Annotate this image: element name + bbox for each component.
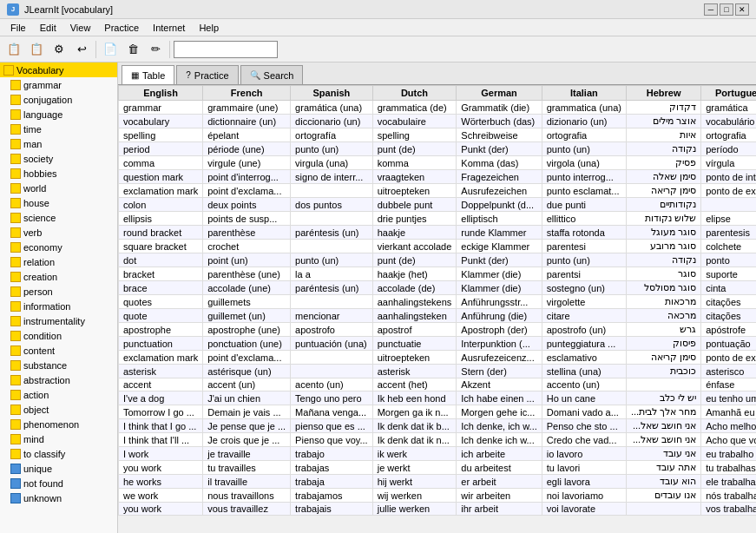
menu-item-practice[interactable]: Practice (97, 21, 146, 35)
table-row[interactable]: he worksil travailletrabajahij werkter a… (119, 475, 757, 489)
sidebar-item-economy[interactable]: economy (0, 240, 117, 254)
table-row[interactable]: bracketparenthèse (une)la ahaakje (het)K… (119, 267, 757, 281)
window-controls[interactable]: ─ □ ✕ (704, 3, 749, 16)
sidebar-item-instrumentality[interactable]: instrumentality (0, 313, 117, 328)
table-row[interactable]: braceaccolade (une)paréntesis (un)accola… (119, 281, 757, 295)
tab-practice[interactable]: ?Practice (176, 65, 238, 84)
sidebar-item-not-found[interactable]: not found (0, 476, 117, 490)
sidebar-item-person[interactable]: person (0, 284, 117, 299)
table-row[interactable]: ellipsispoints de susp...drie puntjesell… (119, 212, 757, 226)
table-row[interactable]: grammargrammaire (une)gramática (una)gra… (119, 101, 757, 115)
column-header-portuguese[interactable]: Portuguese (701, 86, 756, 101)
tool-undo[interactable]: ↩ (71, 39, 92, 60)
sidebar-item-verb[interactable]: verb (0, 225, 117, 240)
table-cell-5: virgolette (542, 295, 626, 309)
menu-item-file[interactable]: File (3, 21, 33, 35)
sidebar-item-grammar[interactable]: grammar (0, 77, 117, 92)
sidebar-item-unique[interactable]: unique (0, 461, 117, 476)
maximize-button[interactable]: □ (720, 3, 733, 16)
table-row[interactable]: you worktu travaillestrabajasje werktdu … (119, 461, 757, 475)
tool-settings[interactable]: ⚙ (49, 39, 69, 60)
sidebar-item-science[interactable]: science (0, 210, 117, 225)
sidebar-item-action[interactable]: action (0, 387, 117, 402)
table-row[interactable]: vocabularydictionnaire (un)diccionario (… (119, 115, 757, 128)
table-row[interactable]: periodpériode (une)punto (un)punt (de)Pu… (119, 142, 757, 156)
tab-table[interactable]: ▦Table (122, 65, 174, 84)
sidebar-item-man[interactable]: man (0, 136, 117, 151)
sidebar-item-hobbies[interactable]: hobbies (0, 166, 117, 181)
column-header-french[interactable]: French (203, 86, 291, 101)
table-cell-2: punto (un) (291, 253, 373, 267)
table-cell-5: staffa rotonda (542, 226, 626, 240)
table-row[interactable]: colondeux pointsdos puntosdubbele puntDo… (119, 198, 757, 212)
menu-item-internet[interactable]: Internet (146, 21, 192, 35)
table-cell-3: komma (372, 156, 457, 170)
menu-item-help[interactable]: Help (192, 21, 226, 35)
tool-delete[interactable]: 🗑 (122, 39, 143, 60)
column-header-italian[interactable]: Italian (542, 86, 626, 101)
sidebar-item-information[interactable]: information (0, 299, 117, 313)
table-row[interactable]: I workje travailletrabajoik werkich arbe… (119, 447, 757, 461)
column-header-hebrew[interactable]: Hebrew (626, 86, 700, 101)
sidebar-item-unknown[interactable]: unknown (0, 490, 117, 505)
sidebar-item-to-classify[interactable]: to classify (0, 446, 117, 461)
table-row[interactable]: we worknous travaillonstrabajamoswij wer… (119, 489, 757, 503)
table-row[interactable]: exclamation markpoint d'exclama...uitroe… (119, 351, 757, 365)
sidebar-item-society[interactable]: society (0, 151, 117, 166)
sidebar-item-object[interactable]: object (0, 402, 117, 417)
table-row[interactable]: apostropheapostrophe (une)apostrofoapost… (119, 323, 757, 337)
sidebar-item-vocabulary[interactable]: Vocabulary (0, 63, 117, 77)
table-cell-4: Morgen gehe ic... (457, 405, 542, 419)
table-cell-6: הוא עובד (626, 475, 700, 489)
sidebar-item-time[interactable]: time (0, 122, 117, 136)
tool-copy[interactable]: 📄 (100, 39, 121, 60)
table-cell-1: crochet (203, 240, 291, 253)
column-header-german[interactable]: German (457, 86, 542, 101)
table-row[interactable]: you workvous travailleztrabajaisjullie w… (119, 503, 757, 516)
sidebar-label: house (23, 198, 49, 208)
column-header-dutch[interactable]: Dutch (372, 86, 457, 101)
table-row[interactable]: Tomorrow I go ...Demain je vais ...Mañan… (119, 405, 757, 419)
sidebar-item-condition[interactable]: condition (0, 328, 117, 343)
table-row[interactable]: quotesguillemetsaanhalingstekensAnführun… (119, 295, 757, 309)
table-row[interactable]: asteriskastérisque (un)asteriskStern (de… (119, 365, 757, 378)
sidebar-item-mind[interactable]: mind (0, 431, 117, 446)
table-row[interactable]: I've a dogJ'ai un chienTengo uno peroIk … (119, 392, 757, 405)
table-row[interactable]: commavirgule (une)virgula (una)kommaKomm… (119, 156, 757, 170)
sidebar-item-world[interactable]: world (0, 181, 117, 195)
toolbar-search-input[interactable] (174, 41, 278, 58)
table-row[interactable]: dotpoint (un)punto (un)punt (de)Punkt (d… (119, 253, 757, 267)
table-wrapper[interactable]: EnglishFrenchSpanishDutchGermanItalianHe… (118, 85, 756, 533)
menu-item-view[interactable]: View (63, 21, 98, 35)
close-button[interactable]: ✕ (735, 3, 749, 16)
table-row[interactable]: quoteguillemet (un)mencionaraanhalingste… (119, 309, 757, 323)
table-cell-1: astérisque (un) (203, 365, 291, 378)
tool-edit[interactable]: ✏ (145, 39, 166, 60)
column-header-english[interactable]: English (119, 86, 203, 101)
table-row[interactable]: question markpoint d'interrog...signo de… (119, 170, 757, 184)
sidebar-item-content[interactable]: content (0, 343, 117, 358)
sidebar-item-relation[interactable]: relation (0, 254, 117, 269)
sidebar-item-substance[interactable]: substance (0, 358, 117, 372)
sidebar-item-phenomenon[interactable]: phenomenon (0, 417, 117, 431)
sidebar-item-abstraction[interactable]: abstraction (0, 372, 117, 387)
tool-open[interactable]: 📋 (26, 39, 47, 60)
sidebar-item-creation[interactable]: creation (0, 269, 117, 284)
table-row[interactable]: I think that I go ...Je pense que je ...… (119, 419, 757, 433)
table-row[interactable]: spellingépelantortografíaspellingSchreib… (119, 128, 757, 142)
table-row[interactable]: round bracketparenthèseparéntesis (un)ha… (119, 226, 757, 240)
table-row[interactable]: accentaccent (un)acento (un)accent (het)… (119, 378, 757, 392)
tab-search[interactable]: 🔍Search (240, 65, 304, 84)
column-header-spanish[interactable]: Spanish (291, 86, 373, 101)
sidebar-item-conjugation[interactable]: conjugation (0, 92, 117, 107)
menu-item-edit[interactable]: Edit (33, 21, 63, 35)
table-row[interactable]: I think that I'll ...Je crois que je ...… (119, 433, 757, 447)
minimize-button[interactable]: ─ (704, 3, 718, 16)
tool-new[interactable]: 📋 (3, 39, 24, 60)
sidebar-item-language[interactable]: language (0, 107, 117, 122)
table-row[interactable]: exclamation markpoint d'exclama...uitroe… (119, 184, 757, 198)
sidebar-item-house[interactable]: house (0, 195, 117, 210)
table-row[interactable]: punctuationponctuation (une)puntuación (… (119, 337, 757, 351)
table-cell-3: punt (de) (372, 142, 457, 156)
table-row[interactable]: square bracketcrochetvierkant accoladeec… (119, 240, 757, 253)
